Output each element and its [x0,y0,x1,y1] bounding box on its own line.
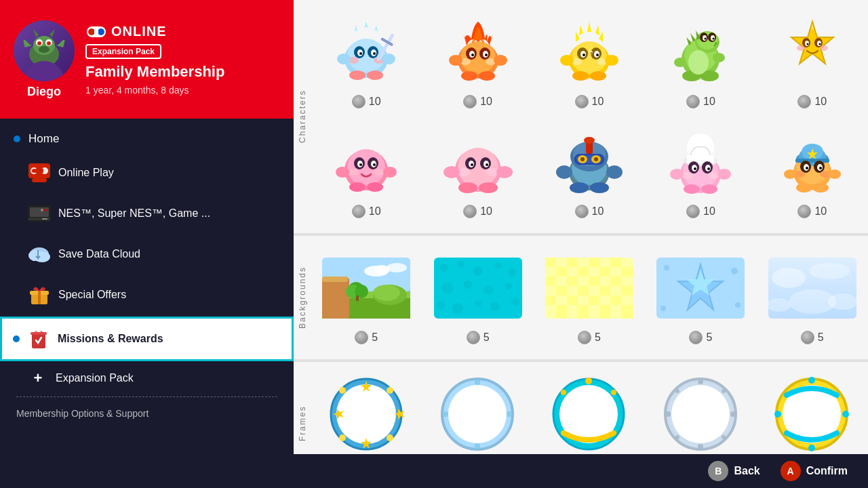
svg-point-159 [570,182,589,193]
list-item[interactable]: 5 [534,369,645,454]
online-text: ONLINE [111,24,167,39]
missions-icon [25,325,52,352]
confirm-label: Confirm [806,465,848,477]
nav-divider [16,396,277,397]
svg-point-108 [713,53,725,62]
svg-point-132 [383,167,397,178]
svg-point-71 [572,41,607,74]
svg-marker-7 [33,29,39,37]
coin-icon [686,95,700,108]
list-item[interactable]: 5 [534,243,645,352]
coin-icon [689,331,703,344]
list-item[interactable]: 10 [534,7,645,117]
svg-point-24 [44,209,47,211]
svg-rect-12 [94,29,98,35]
character-image-7 [434,125,522,199]
save-data-label: Save Data Cloud [58,248,140,260]
list-item[interactable]: 5 [645,369,756,454]
svg-point-273 [339,387,346,394]
svg-rect-246 [545,296,556,305]
list-item[interactable]: 5 [757,243,868,352]
frame-image-5 [768,377,856,451]
svg-point-46 [373,52,376,55]
svg-point-6 [39,46,50,53]
list-item[interactable]: 10 [645,7,756,117]
characters-section: Characters [294,0,868,233]
svg-point-115 [818,43,821,45]
sidebar: Diego ONLINE Expansion Pack Family Membe… [0,0,294,454]
list-item[interactable]: 10 [645,117,756,226]
membership-type: Family Membership [85,63,224,81]
list-item[interactable]: 10 [757,7,868,117]
svg-point-223 [505,283,512,289]
svg-rect-247 [567,296,578,305]
list-item[interactable]: 5 [422,369,533,454]
sidebar-item-missions-rewards[interactable]: Missions & Rewards [0,317,294,361]
svg-point-300 [808,377,815,384]
svg-rect-249 [610,296,621,305]
sidebar-item-nes[interactable]: NES™, Super NES™, Game ... [0,193,294,234]
list-item[interactable]: 5 [311,243,422,352]
nes-icon [26,200,53,227]
character-image-10 [768,125,856,199]
svg-rect-238 [545,277,556,286]
sidebar-item-special-offers[interactable]: Special Offers [0,274,294,315]
svg-marker-77 [576,32,580,42]
svg-point-293 [730,411,736,417]
backgrounds-section: Backgrounds [294,236,868,359]
list-item[interactable]: 5 [311,369,422,454]
list-item[interactable]: 10 [534,117,645,226]
nintendo-online-badge: ONLINE [85,24,224,40]
svg-point-40 [367,70,383,80]
sidebar-item-expansion-pack[interactable]: + Expansion Pack [0,363,294,394]
svg-point-279 [475,380,480,385]
svg-point-228 [511,298,519,306]
bg-image-5 [768,251,856,325]
b-button-icon: B [708,461,728,481]
list-item[interactable]: 10 [422,7,533,117]
list-item[interactable]: 5 [645,243,756,352]
item-price: 10 [797,205,827,218]
svg-point-136 [479,182,498,193]
svg-point-134 [458,148,498,187]
home-label: Home [28,132,59,146]
list-item[interactable]: 10 [311,117,422,226]
back-button[interactable]: B Back [708,461,760,481]
svg-point-258 [731,268,738,274]
list-item[interactable]: 10 [757,117,868,226]
character-image-3 [545,15,633,89]
confirm-button[interactable]: A Confirm [781,461,848,481]
list-item[interactable]: 5 [422,243,533,352]
list-item[interactable]: 5 [757,369,868,454]
svg-rect-235 [578,267,589,277]
list-item[interactable]: 10 [422,117,533,226]
svg-point-59 [479,71,495,81]
svg-rect-242 [556,286,567,296]
svg-point-145 [443,166,460,178]
svg-point-225 [452,303,463,314]
svg-point-280 [475,443,480,449]
svg-rect-17 [32,178,47,182]
svg-point-176 [682,172,693,179]
svg-rect-237 [621,267,633,277]
svg-point-303 [842,411,849,418]
frames-section: Frames [294,362,868,454]
svg-rect-248 [589,296,599,305]
special-offers-label: Special Offers [58,289,126,301]
svg-point-278 [448,385,507,443]
svg-point-165 [684,184,700,194]
sidebar-item-save-data[interactable]: Save Data Cloud [0,234,294,274]
svg-marker-8 [50,29,55,37]
svg-point-220 [442,283,453,293]
svg-point-128 [373,163,376,166]
svg-marker-53 [364,22,368,28]
sidebar-item-online-play[interactable]: Online Play [0,152,294,193]
sidebar-item-home[interactable]: Home [0,125,294,152]
character-image-6 [322,125,410,199]
list-item[interactable]: 10 [311,7,422,117]
svg-rect-243 [578,286,589,296]
coin-icon [467,331,480,344]
membership-options[interactable]: Membership Options & Support [0,400,294,427]
frame-image-4 [656,377,745,451]
svg-point-302 [774,411,781,418]
